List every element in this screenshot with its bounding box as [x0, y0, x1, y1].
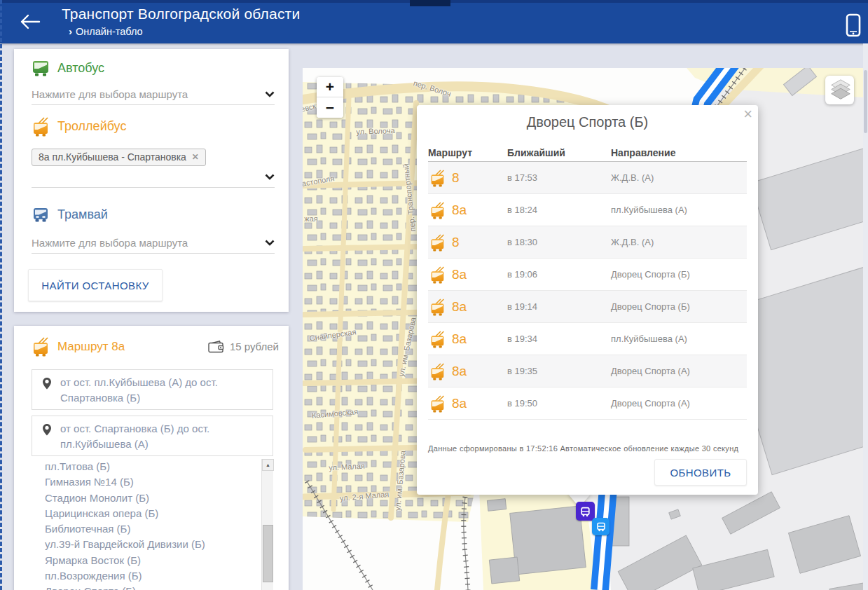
route-number: 8 [452, 235, 460, 250]
trolleybus-icon [429, 395, 446, 413]
page-scrollbar-thumb[interactable] [864, 70, 867, 133]
arrival-time: в 19:06 [507, 269, 611, 280]
direction-item-backward[interactable]: от ост. Спартановка (Б) до ост. пл.Куйбы… [32, 416, 273, 456]
smartphone-icon [846, 13, 861, 37]
trolleybus-icon [429, 266, 446, 284]
arrival-direction: пл.Куйбышева (А) [611, 205, 747, 215]
map-layers-button[interactable] [825, 76, 854, 104]
route-number: 8а [452, 203, 467, 218]
route-number: 8а [452, 364, 467, 379]
trolleybus-icon [429, 362, 446, 380]
app-header: Транспорт Волгоградской области › Онлайн… [0, 0, 868, 43]
arrival-time: в 18:30 [507, 237, 611, 247]
direction-label: от ост. пл.Куйбышева (А) до ост. Спартан… [60, 376, 218, 404]
find-stop-button[interactable]: НАЙТИ ОСТАНОВКУ [28, 269, 163, 301]
direction-item-forward[interactable]: от ост. пл.Куйбышева (А) до ост. Спартан… [32, 369, 273, 410]
trolleybus-icon [429, 201, 446, 219]
route-number: 8а [452, 299, 467, 315]
selected-route-chip[interactable]: 8а пл.Куйбышева - Спартановка ✕ [32, 149, 206, 166]
stop-list-item[interactable]: Ярмарка Восток (Б) [28, 553, 261, 568]
page-scrollbar[interactable] [863, 43, 868, 590]
map[interactable]: пер. Волоч ул. Волоча евская астополя жа… [303, 68, 863, 590]
scroll-up-arrow-icon[interactable]: ▲ [262, 459, 274, 471]
stops-scrollbar[interactable]: ▲ [261, 459, 273, 590]
stop-marker[interactable] [592, 518, 609, 535]
chevron-down-icon [265, 240, 275, 246]
route-title: Маршрут 8а [57, 340, 125, 354]
zoom-in-button[interactable]: + [317, 77, 343, 97]
bus-icon [32, 59, 50, 77]
arrival-time: в 19:35 [507, 366, 611, 376]
layers-icon [827, 78, 854, 103]
arrival-time: в 18:24 [507, 205, 611, 215]
zoom-out-button[interactable]: − [317, 97, 343, 118]
bus-section-label: Автобус [57, 61, 104, 76]
arrival-row: 8а в 19:35 Дворец Спорта (А) [428, 355, 747, 387]
arrival-row: 8а в 18:24 пл.Куйбышева (А) [428, 194, 747, 226]
chevron-down-icon [265, 174, 275, 180]
chip-remove-icon[interactable]: ✕ [192, 152, 199, 162]
online-board-page: Транспорт Волгоградской области › Онлайн… [0, 0, 868, 590]
arrival-row: 8а в 19:50 Дворец Спорта (А) [428, 387, 747, 420]
breadcrumb: › Онлайн-табло [69, 25, 143, 37]
trolleybus-icon [429, 330, 446, 348]
map-pin-icon [41, 377, 53, 390]
bus-stop-icon [595, 521, 607, 532]
chevron-down-icon [265, 91, 275, 97]
map-zoom-control: + − [317, 77, 343, 118]
header-dark-tab [410, 0, 450, 6]
wallet-icon [208, 340, 224, 353]
stop-list-item[interactable]: Царицинская опера (Б) [28, 506, 261, 521]
stop-list-item[interactable]: ул.39-й Гвардейской Дивизии (Б) [28, 537, 261, 552]
stop-list-item[interactable]: пл.Возрождения (Б) [28, 568, 261, 584]
stop-list-item[interactable]: Библиотечная (Б) [28, 521, 261, 537]
trolleybus-icon [429, 298, 446, 316]
arrival-row: 8 в 17:53 Ж.Д.В. (А) [428, 162, 747, 194]
arrival-direction: Дворец Спорта (А) [611, 398, 747, 409]
route-number: 8а [452, 267, 467, 282]
tram-section-header: Трамвай [32, 206, 108, 223]
route-number: 8а [452, 331, 467, 347]
stop-list-item[interactable]: пл.Титова (Б) [28, 459, 261, 474]
bus-route-select[interactable]: Нажмите для выбора маршрута [32, 84, 275, 105]
route-info-panel: Маршрут 8а 15 рублей от ост. пл.Куйбышев… [14, 326, 289, 590]
arrivals-table: Маршрут Ближайший Направление 8 в 17:53 … [428, 144, 747, 420]
route-info-header: Маршрут 8а 15 рублей [32, 336, 279, 357]
arrival-direction: Дворец Спорта (А) [611, 366, 747, 376]
arrival-time: в 19:14 [507, 301, 611, 312]
route-picker-panel: Автобус Нажмите для выбора маршрута Трол… [14, 49, 289, 312]
arrival-row: 8а в 19:14 Дворец Спорта (Б) [428, 291, 747, 323]
popup-title: Дворец Спорта (Б) [417, 114, 758, 130]
arrival-direction: Ж.Д.В. (А) [611, 237, 747, 247]
trolleybus-section-header: Троллейбус [32, 116, 126, 137]
tram-select-placeholder: Нажмите для выбора маршрута [32, 237, 188, 249]
refresh-button[interactable]: ОБНОВИТЬ [654, 459, 747, 486]
map-pin-icon [41, 423, 53, 437]
stop-list-item[interactable]: Гимназия №14 (Б) [28, 474, 261, 490]
trolleybus-route-select[interactable] [32, 167, 275, 188]
direction-label: от ост. Спартановка (Б) до ост. пл.Куйбы… [60, 423, 209, 450]
tram-route-select[interactable]: Нажмите для выбора маршрута [32, 233, 275, 254]
back-button[interactable] [17, 12, 42, 33]
mobile-version-button[interactable] [845, 13, 862, 37]
arrival-direction: пл.Куйбышева (А) [611, 334, 747, 344]
trolleybus-icon [429, 169, 446, 187]
col-nearest: Ближайший [507, 147, 611, 158]
col-direction: Направление [611, 147, 747, 158]
arrival-row: 8а в 19:06 Дворец Спорта (Б) [428, 259, 747, 291]
stop-list-item[interactable]: Дворец Спорта (Б) [28, 584, 261, 590]
trolleybus-icon [32, 336, 50, 357]
tram-section-label: Трамвай [57, 207, 108, 222]
bus-section-header: Автобус [32, 59, 104, 77]
arrival-row: 8а в 19:34 пл.Куйбышева (А) [428, 323, 747, 355]
arrival-time: в 17:53 [507, 172, 611, 183]
breadcrumb-label: Онлайн-табло [76, 26, 143, 37]
trolleybus-icon [429, 233, 446, 252]
trolleybus-icon [32, 116, 50, 137]
stop-list-item[interactable]: Стадион Монолит (Б) [28, 490, 261, 506]
trolleybus-section-label: Троллейбус [57, 119, 126, 134]
scrollbar-thumb[interactable] [263, 525, 273, 582]
arrival-time: в 19:34 [507, 334, 611, 344]
selected-stop-marker[interactable] [576, 502, 595, 521]
page-title: Транспорт Волгоградской области [62, 6, 300, 22]
